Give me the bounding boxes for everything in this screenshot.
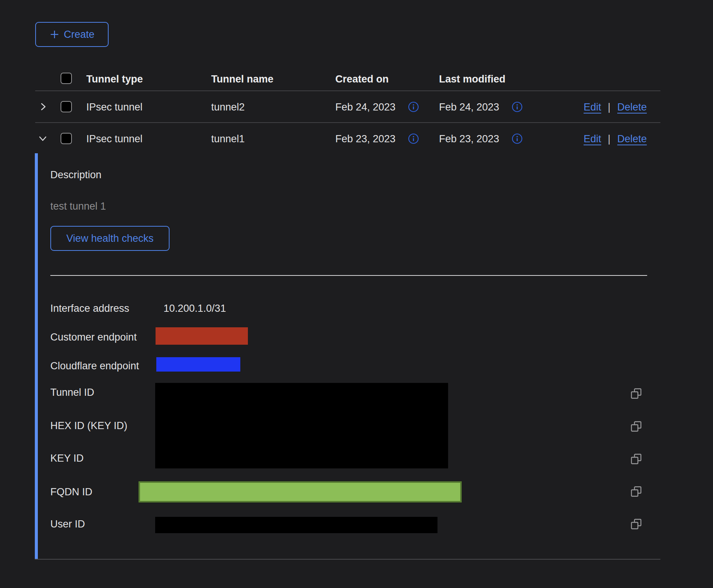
- row-divider: [35, 122, 660, 123]
- copy-icon-glyph: [630, 518, 642, 530]
- copy-icon-glyph: [630, 486, 642, 498]
- last-modified-cell: Feb 24, 2023: [439, 101, 499, 113]
- create-button[interactable]: Create: [35, 22, 109, 47]
- column-header-created-on: Created on: [335, 73, 389, 85]
- select-all-checkbox[interactable]: [61, 73, 72, 84]
- chevron-right-icon: [38, 101, 48, 112]
- info-icon-glyph: [512, 101, 523, 112]
- info-icon[interactable]: [512, 133, 523, 144]
- edit-link[interactable]: Edit: [584, 133, 601, 145]
- tunnel-name-cell: tunnel2: [211, 101, 245, 113]
- field-label-tunnel-id: Tunnel ID: [50, 387, 94, 398]
- view-health-checks-label: View health checks: [66, 233, 154, 244]
- header-divider: [35, 90, 660, 91]
- tunnels-page: Create Tunnel type Tunnel name Created o…: [0, 0, 713, 588]
- copy-icon-glyph: [630, 421, 642, 432]
- view-health-checks-button[interactable]: View health checks: [50, 226, 170, 251]
- redacted-value-customer-endpoint: [156, 327, 248, 345]
- field-label-key-id: KEY ID: [50, 453, 84, 464]
- info-icon-glyph: [408, 101, 419, 112]
- info-icon-glyph: [512, 133, 523, 144]
- copy-icon-glyph: [630, 388, 642, 400]
- column-header-last-modified: Last modified: [439, 73, 506, 85]
- actions-separator: |: [608, 101, 610, 113]
- tunnel-type-cell: IPsec tunnel: [86, 133, 143, 145]
- copy-icon[interactable]: [630, 453, 642, 465]
- copy-icon[interactable]: [630, 421, 642, 432]
- created-on-cell: Feb 23, 2023: [335, 133, 395, 145]
- plus-icon: [49, 29, 60, 40]
- redacted-value-user-id: [155, 517, 437, 533]
- delete-link[interactable]: Delete: [617, 133, 647, 145]
- redacted-value-id-group: [155, 383, 448, 468]
- copy-icon[interactable]: [630, 518, 642, 530]
- chevron-down-icon: [37, 133, 48, 144]
- expand-row-button[interactable]: [38, 101, 48, 112]
- collapse-row-button[interactable]: [37, 133, 48, 144]
- copy-icon-glyph: [630, 453, 642, 465]
- last-modified-cell: Feb 23, 2023: [439, 133, 499, 145]
- details-divider: [50, 275, 647, 276]
- expanded-panel-accent-bar: [35, 153, 38, 559]
- redacted-value-fqdn-id: [139, 481, 462, 502]
- description-value: test tunnel 1: [50, 201, 106, 212]
- field-label-customer-endpoint: Customer endpoint: [50, 331, 137, 343]
- delete-link[interactable]: Delete: [617, 101, 647, 113]
- field-label-user-id: User ID: [50, 518, 85, 530]
- info-icon[interactable]: [408, 133, 419, 144]
- edit-link[interactable]: Edit: [584, 101, 601, 113]
- tunnel-type-cell: IPsec tunnel: [86, 101, 143, 113]
- panel-bottom-divider: [35, 559, 660, 560]
- info-icon[interactable]: [512, 101, 523, 112]
- field-label-interface-address: Interface address: [50, 303, 129, 314]
- created-on-cell: Feb 24, 2023: [335, 101, 395, 113]
- copy-icon[interactable]: [630, 486, 642, 498]
- row-checkbox[interactable]: [61, 133, 72, 144]
- field-label-hex-id: HEX ID (KEY ID): [50, 420, 128, 431]
- tunnel-name-cell: tunnel1: [211, 133, 245, 145]
- description-label: Description: [50, 169, 101, 180]
- redacted-value-cloudflare-endpoint: [156, 357, 240, 372]
- field-label-fqdn-id: FQDN ID: [50, 486, 92, 498]
- field-value-interface-address: 10.200.1.0/31: [163, 303, 226, 314]
- row-checkbox[interactable]: [61, 101, 72, 112]
- actions-separator: |: [608, 133, 610, 145]
- column-header-tunnel-type: Tunnel type: [86, 73, 143, 85]
- column-header-tunnel-name: Tunnel name: [211, 73, 274, 85]
- field-label-cloudflare-endpoint: Cloudflare endpoint: [50, 360, 139, 372]
- create-button-label: Create: [64, 29, 94, 40]
- copy-icon[interactable]: [630, 388, 642, 400]
- info-icon[interactable]: [408, 101, 419, 112]
- info-icon-glyph: [408, 133, 419, 144]
